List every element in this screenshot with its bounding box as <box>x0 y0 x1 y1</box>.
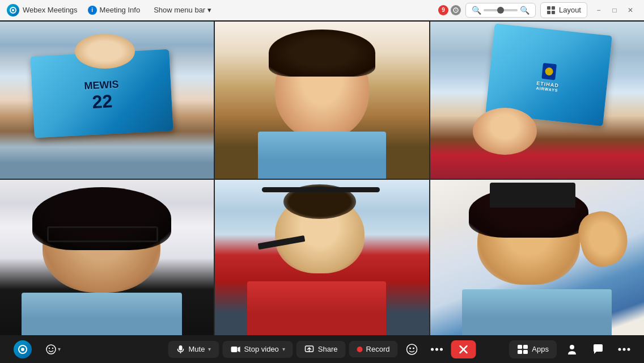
person-hat-6 <box>490 183 575 208</box>
person-shirt-6 <box>462 289 612 336</box>
chat-icon <box>592 343 604 356</box>
svg-rect-12 <box>179 345 183 351</box>
mancity-badge <box>541 62 557 79</box>
share-icon <box>304 345 315 354</box>
video-icon <box>230 345 240 354</box>
video-cell-5[interactable] <box>215 180 429 337</box>
svg-rect-6 <box>552 11 555 14</box>
video-cell-4[interactable] <box>0 180 214 337</box>
more-options-button[interactable] <box>426 344 447 354</box>
svg-rect-5 <box>547 11 550 14</box>
person-shirt-2 <box>258 132 386 179</box>
person-shirt-4 <box>22 293 182 336</box>
apps-button[interactable]: Apps <box>509 340 557 358</box>
video-cell-3[interactable]: ETIHAD AIRWAYS <box>430 22 644 179</box>
toolbar-right: Apps <box>509 340 635 359</box>
svg-point-1 <box>12 9 14 11</box>
chat-button[interactable] <box>587 340 609 359</box>
jersey-name: MEWIS <box>83 79 118 92</box>
svg-point-30 <box>570 345 574 349</box>
svg-point-11 <box>52 347 53 348</box>
show-menu-button[interactable]: Show menu bar ▾ <box>150 5 215 15</box>
webex-home-button[interactable] <box>9 337 36 362</box>
mute-arrow: ▾ <box>208 346 211 352</box>
notification-badge-red: 9 <box>438 5 448 15</box>
svg-rect-4 <box>552 6 555 10</box>
svg-rect-26 <box>518 345 522 349</box>
svg-point-32 <box>623 348 626 351</box>
layout-label: Layout <box>559 6 581 14</box>
share-label: Share <box>318 345 338 353</box>
webex-logo: Webex Meetings <box>7 4 78 16</box>
zoom-controls[interactable]: 🔍 🔍 <box>465 3 536 18</box>
window-controls: − □ ✕ <box>592 3 637 17</box>
meeting-info-button[interactable]: i Meeting Info <box>84 5 144 16</box>
person-head-3 <box>473 108 537 155</box>
title-bar: Webex Meetings i Meeting Info Show menu … <box>0 0 644 20</box>
zoom-slider-thumb <box>497 7 504 14</box>
end-call-button[interactable] <box>451 340 476 358</box>
video-grid: MEWIS 22 ETIHAD AIRWA <box>0 22 644 336</box>
share-button[interactable]: Share <box>296 341 346 358</box>
zoom-out-icon[interactable]: 🔍 <box>472 6 481 15</box>
maximize-button[interactable]: □ <box>608 3 621 17</box>
minimize-button[interactable]: − <box>592 3 605 17</box>
close-button[interactable]: ✕ <box>624 3 637 17</box>
video-scene-1: MEWIS 22 <box>0 22 214 179</box>
person-glasses-4 <box>47 226 158 242</box>
person-head-1 <box>75 34 135 69</box>
emoji-button[interactable] <box>401 340 422 359</box>
svg-rect-14 <box>231 347 237 352</box>
svg-point-21 <box>431 348 434 351</box>
svg-marker-15 <box>238 347 240 352</box>
svg-rect-29 <box>523 350 528 354</box>
toolbar-more-icon <box>618 348 630 351</box>
svg-rect-27 <box>523 345 528 349</box>
participants-button[interactable] <box>561 340 583 359</box>
reactions-icon <box>45 344 57 355</box>
stop-video-arrow: ▾ <box>282 346 285 352</box>
layout-button[interactable]: Layout <box>540 2 587 18</box>
svg-point-10 <box>49 347 50 348</box>
meeting-info-label: Meeting Info <box>100 6 141 14</box>
toolbar-center: Mute ▾ Stop video ▾ Share Record <box>168 340 476 359</box>
video-cell-1[interactable]: MEWIS 22 <box>0 22 214 179</box>
webex-logo-icon <box>7 4 19 16</box>
status-dots: 9 <box>438 5 461 15</box>
apps-label: Apps <box>532 345 549 353</box>
person-jacket-5 <box>247 281 386 336</box>
video-scene-6 <box>430 180 644 337</box>
mute-button[interactable]: Mute ▾ <box>168 341 219 358</box>
toolbar: ▾ Mute ▾ Stop video ▾ <box>0 335 644 363</box>
svg-rect-3 <box>547 6 550 10</box>
apps-icon <box>517 344 528 354</box>
meeting-info-icon: i <box>88 6 97 15</box>
svg-point-8 <box>21 348 24 351</box>
toolbar-left: ▾ <box>9 337 65 362</box>
video-scene-5 <box>215 180 429 337</box>
zoom-slider[interactable] <box>484 9 518 11</box>
svg-point-31 <box>618 348 621 351</box>
stop-video-button[interactable]: Stop video ▾ <box>222 341 293 358</box>
toolbar-more-button[interactable] <box>613 344 635 354</box>
record-indicator <box>357 347 363 352</box>
video-scene-4 <box>0 180 214 337</box>
end-call-icon <box>459 345 468 354</box>
record-button[interactable]: Record <box>349 341 398 357</box>
reactions-arrow: ▾ <box>58 346 61 352</box>
participants-icon <box>566 343 578 356</box>
stop-video-label: Stop video <box>244 345 278 353</box>
svg-point-33 <box>628 348 630 351</box>
video-scene-2 <box>215 22 429 179</box>
video-cell-6[interactable] <box>430 180 644 337</box>
layout-icon <box>546 6 556 15</box>
svg-point-18 <box>406 344 417 354</box>
reactions-button[interactable]: ▾ <box>41 340 65 358</box>
emoji-icon <box>405 343 418 356</box>
webex-home-icon <box>14 340 32 358</box>
video-cell-2[interactable] <box>215 22 429 179</box>
mute-label: Mute <box>189 345 205 353</box>
svg-point-9 <box>46 345 56 354</box>
zoom-in-icon[interactable]: 🔍 <box>520 6 529 15</box>
record-label: Record <box>366 345 390 353</box>
